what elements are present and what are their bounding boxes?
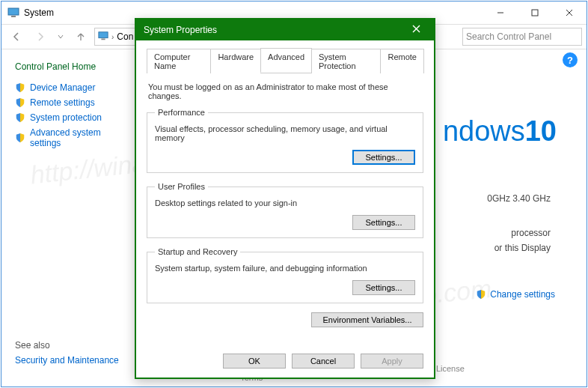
- chevron-right-icon: ›: [111, 33, 114, 41]
- group-description: System startup, system failure, and debu…: [155, 264, 415, 273]
- maximize-button[interactable]: [518, 1, 552, 24]
- environment-variables-button[interactable]: Environment Variables...: [311, 312, 423, 327]
- control-panel-home-link[interactable]: Control Panel Home: [15, 61, 117, 72]
- search-input[interactable]: Search Control Panel: [462, 28, 582, 46]
- sidebar-item-label: Advanced system settings: [30, 127, 117, 148]
- sidebar-item-2[interactable]: System protection: [15, 112, 117, 123]
- dialog-titlebar: System Properties: [136, 19, 434, 40]
- shield-icon: [15, 97, 25, 108]
- minimize-button[interactable]: [483, 1, 518, 24]
- group-description: Desktop settings related to your sign-in: [155, 198, 415, 207]
- group-legend: Startup and Recovery: [155, 247, 240, 256]
- cpu-info: 0GHz 3.40 GHz: [487, 193, 551, 204]
- ok-button[interactable]: OK: [223, 354, 286, 369]
- group-startup-and-recovery: Startup and RecoverySystem startup, syst…: [147, 247, 423, 303]
- group-user-profiles: User ProfilesDesktop settings related to…: [147, 182, 423, 238]
- display-info: or this Display: [494, 243, 551, 253]
- close-button[interactable]: [552, 1, 587, 24]
- breadcrumb-item[interactable]: Con: [117, 31, 133, 42]
- tab-system-protection[interactable]: System Protection: [311, 49, 381, 73]
- tab-hardware[interactable]: Hardware: [210, 49, 261, 73]
- group-description: Visual effects, processor scheduling, me…: [155, 124, 415, 142]
- group-legend: Performance: [155, 108, 208, 117]
- shield-icon: [15, 133, 25, 143]
- windows-brand: ndows10: [443, 115, 557, 148]
- search-placeholder: Search Control Panel: [466, 31, 551, 42]
- group-legend: User Profiles: [155, 182, 208, 191]
- help-icon[interactable]: ?: [563, 52, 578, 67]
- shield-icon: [15, 112, 25, 123]
- sidebar-item-1[interactable]: Remote settings: [15, 97, 117, 108]
- sidebar-item-3[interactable]: Advanced system settings: [15, 127, 117, 148]
- admin-note: You must be logged on as an Administrato…: [148, 82, 422, 100]
- svg-rect-3: [532, 10, 538, 16]
- system-icon: [7, 7, 19, 19]
- settings-button-0[interactable]: Settings...: [352, 150, 415, 165]
- svg-rect-1: [11, 16, 16, 17]
- window-controls: [483, 1, 587, 24]
- see-also-header: See also: [15, 340, 119, 351]
- tab-advanced[interactable]: Advanced: [260, 48, 312, 73]
- tab-computer-name[interactable]: Computer Name: [147, 49, 211, 73]
- sidebar: Control Panel Home Device ManagerRemote …: [1, 49, 125, 387]
- apply-button[interactable]: Apply: [361, 354, 423, 369]
- back-button[interactable]: [6, 27, 27, 46]
- forward-button[interactable]: [30, 27, 51, 46]
- svg-rect-6: [99, 31, 108, 37]
- change-settings-link[interactable]: Change settings: [476, 289, 555, 300]
- window-title: System: [24, 7, 54, 18]
- system-icon-small: [98, 31, 108, 43]
- dialog-title: System Properties: [144, 25, 217, 35]
- recent-dropdown[interactable]: [54, 27, 67, 46]
- svg-rect-7: [101, 38, 105, 40]
- dialog-footer: OK Cancel Apply: [136, 346, 434, 378]
- group-performance: PerformanceVisual effects, processor sch…: [147, 108, 423, 173]
- svg-rect-0: [8, 8, 19, 15]
- shield-icon: [15, 82, 25, 93]
- up-button[interactable]: [70, 27, 91, 46]
- dialog-close-button[interactable]: [405, 25, 426, 35]
- sidebar-item-label: Device Manager: [30, 82, 95, 93]
- sidebar-item-0[interactable]: Device Manager: [15, 82, 117, 93]
- shield-icon: [476, 289, 486, 300]
- processor-info: processor: [511, 228, 551, 238]
- sidebar-item-label: System protection: [30, 112, 102, 123]
- dialog-body: Computer NameHardwareAdvancedSystem Prot…: [136, 40, 434, 346]
- tab-remote[interactable]: Remote: [380, 49, 424, 73]
- sidebar-item-label: Remote settings: [30, 97, 95, 108]
- settings-button-1[interactable]: Settings...: [352, 215, 415, 230]
- tab-strip: Computer NameHardwareAdvancedSystem Prot…: [147, 48, 423, 73]
- system-properties-dialog: System Properties Computer NameHardwareA…: [135, 18, 435, 379]
- settings-button-2[interactable]: Settings...: [352, 280, 415, 295]
- see-also-link[interactable]: Security and Maintenance: [15, 355, 119, 366]
- cancel-button[interactable]: Cancel: [292, 354, 355, 369]
